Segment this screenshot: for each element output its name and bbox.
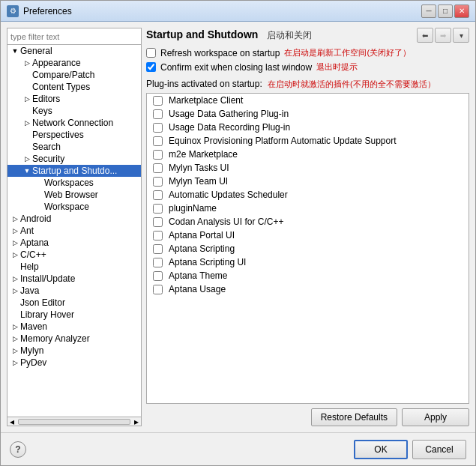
tree-item-general[interactable]: ▼ General xyxy=(7,45,141,57)
tree-item-keys[interactable]: Keys xyxy=(7,105,141,117)
page-title-cn: 启动和关闭 xyxy=(267,30,312,40)
expand-icon-content xyxy=(22,82,31,91)
plugin-aptana-scripting-checkbox[interactable] xyxy=(153,244,163,254)
plugin-usage-recording-label: Usage Data Recording Plug-in xyxy=(169,122,290,133)
restore-defaults-button[interactable]: Restore Defaults xyxy=(311,408,397,426)
tree-item-cpp[interactable]: ▷ C/C++ xyxy=(7,249,141,261)
tree-item-ant[interactable]: ▷ Ant xyxy=(7,225,141,237)
plugin-marketplace-checkbox[interactable] xyxy=(153,96,163,106)
confirm-exit-checkbox[interactable] xyxy=(146,62,156,72)
plugin-usage-recording-checkbox[interactable] xyxy=(153,123,163,133)
plugin-mylyn-team-checkbox[interactable] xyxy=(153,177,163,187)
nav-forward-button[interactable]: ➡ xyxy=(435,28,451,43)
tree-label-network: Network Connection xyxy=(32,118,113,128)
plugin-codan-checkbox[interactable] xyxy=(153,217,163,227)
plugin-aptana-scripting: Aptana Scripting xyxy=(147,242,469,255)
tree-item-editors[interactable]: ▷ Editors xyxy=(7,93,141,105)
tree-item-startup[interactable]: ▼ Startup and Shutdo... xyxy=(7,165,141,177)
expand-icon-perspectives xyxy=(22,130,31,139)
plugin-codan: Codan Analysis UI for C/C++ xyxy=(147,215,469,229)
plugin-pluginname: pluginName xyxy=(147,202,469,215)
scroll-left-btn[interactable]: ◂ xyxy=(7,417,16,427)
filter-input[interactable] xyxy=(7,28,141,45)
tree-item-library-hover[interactable]: Library Hover xyxy=(7,309,141,321)
plugin-aptana-portal-checkbox[interactable] xyxy=(153,231,163,240)
tree-label-install: Install/Update xyxy=(20,273,75,284)
plugin-m2e-label: m2e Marketplace xyxy=(169,149,238,160)
cancel-button[interactable]: Cancel xyxy=(412,440,466,459)
plugin-equinox-label: Equinox Provisioning Platform Automatic … xyxy=(169,136,397,146)
horizontal-scrollbar[interactable] xyxy=(18,419,130,425)
tree-item-compare-patch[interactable]: Compare/Patch xyxy=(7,69,141,81)
plugin-aptana-scripting-label: Aptana Scripting xyxy=(169,243,235,254)
plugin-codan-label: Codan Analysis UI for C/C++ xyxy=(169,217,283,227)
tree-item-perspectives[interactable]: Perspectives xyxy=(7,129,141,141)
tree-item-search[interactable]: Search xyxy=(7,141,141,153)
minimize-button[interactable]: ─ xyxy=(421,4,436,18)
tree-item-android[interactable]: ▷ Android xyxy=(7,213,141,225)
close-button[interactable]: ✕ xyxy=(454,4,469,18)
plugins-list: Marketplace Client Usage Data Gathering … xyxy=(146,93,469,404)
tree-item-install[interactable]: ▷ Install/Update xyxy=(7,273,141,285)
plugin-pluginname-checkbox[interactable] xyxy=(153,204,163,214)
ok-button[interactable]: OK xyxy=(354,440,408,459)
expand-icon-editors: ▷ xyxy=(22,94,31,103)
tree-item-help[interactable]: Help xyxy=(7,261,141,273)
tree-label-general: General xyxy=(20,46,52,56)
tree-label-java: Java xyxy=(20,285,39,296)
tree-item-json-editor[interactable]: Json Editor xyxy=(7,297,141,309)
plugin-auto-updates-label: Automatic Updates Scheduler xyxy=(169,190,288,200)
plugin-aptana-scripting-ui: Aptana Scripting UI xyxy=(147,255,469,269)
apply-button[interactable]: Apply xyxy=(402,408,469,426)
expand-icon-json xyxy=(10,298,19,307)
plugin-usage-gathering-checkbox[interactable] xyxy=(153,109,163,119)
plugin-aptana-usage-checkbox[interactable] xyxy=(153,285,163,294)
tree-item-aptana[interactable]: ▷ Aptana xyxy=(7,237,141,249)
help-button[interactable]: ? xyxy=(10,441,26,458)
plugin-usage-gathering: Usage Data Gathering Plug-in xyxy=(147,107,469,121)
tree-item-web-browser[interactable]: Web Browser xyxy=(7,189,141,201)
expand-icon-webbrowser xyxy=(34,190,43,199)
tree-item-mylyn[interactable]: ▷ Mylyn xyxy=(7,345,141,357)
window-icon: ⚙ xyxy=(7,5,19,17)
tree-item-appearance[interactable]: ▷ Appearance xyxy=(7,57,141,69)
right-header: Startup and Shutdown 启动和关闭 ⬅ ➡ ▾ xyxy=(146,28,469,43)
page-title: Startup and Shutdown xyxy=(146,28,258,40)
preferences-window: ⚙ Preferences ─ □ ✕ ▼ General ▷ xyxy=(0,0,476,466)
plugin-equinox-checkbox[interactable] xyxy=(153,136,163,146)
tree-item-memory[interactable]: ▷ Memory Analyzer xyxy=(7,333,141,345)
expand-icon-aptana: ▷ xyxy=(10,238,19,247)
bottom-bar: ? OK Cancel xyxy=(1,432,475,465)
tree-item-content-types[interactable]: Content Types xyxy=(7,81,141,93)
tree-item-workspaces[interactable]: Workspaces xyxy=(7,177,141,189)
tree-label-pydev: PyDev xyxy=(20,357,46,368)
plugin-auto-updates-checkbox[interactable] xyxy=(153,190,163,200)
refresh-workspace-checkbox[interactable] xyxy=(146,48,156,58)
tree-label-android: Android xyxy=(20,214,51,224)
nav-dropdown-button[interactable]: ▾ xyxy=(453,28,469,43)
plugin-aptana-portal: Aptana Portal UI xyxy=(147,229,469,242)
expand-icon-compare xyxy=(22,70,31,79)
tree-item-maven[interactable]: ▷ Maven xyxy=(7,321,141,333)
tree-item-workspace[interactable]: Workspace xyxy=(7,201,141,213)
tree-item-pydev[interactable]: ▷ PyDev xyxy=(7,357,141,369)
plugin-m2e-checkbox[interactable] xyxy=(153,150,163,160)
expand-icon-ant: ▷ xyxy=(10,226,19,235)
tree-item-security[interactable]: ▷ Security xyxy=(7,153,141,165)
maximize-button[interactable]: □ xyxy=(438,4,453,18)
nav-back-button[interactable]: ⬅ xyxy=(417,28,433,43)
tree-item-network[interactable]: ▷ Network Connection xyxy=(7,117,141,129)
tree-item-java[interactable]: ▷ Java xyxy=(7,285,141,297)
tree-label-json-editor: Json Editor xyxy=(20,297,65,308)
tree-label-editors: Editors xyxy=(32,94,60,104)
tree-label-perspectives: Perspectives xyxy=(32,130,84,140)
plugin-usage-recording: Usage Data Recording Plug-in xyxy=(147,121,469,134)
plugin-aptana-scripting-ui-checkbox[interactable] xyxy=(153,258,163,267)
scroll-right-btn[interactable]: ▸ xyxy=(132,417,141,427)
tree-label-content-types: Content Types xyxy=(32,82,90,92)
refresh-workspace-row: Refresh workspace on startup 在启动是刷新工作空间(… xyxy=(146,47,469,58)
plugin-mylyn-tasks: Mylyn Tasks UI xyxy=(147,161,469,175)
plugin-m2e: m2e Marketplace xyxy=(147,148,469,161)
plugin-mylyn-tasks-checkbox[interactable] xyxy=(153,163,163,173)
plugin-aptana-theme-checkbox[interactable] xyxy=(153,271,163,281)
